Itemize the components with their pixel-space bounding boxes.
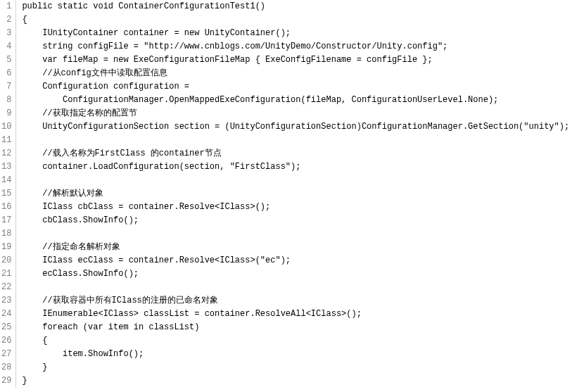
line-number: 20: [1, 254, 11, 267]
code-line: item.ShowInfo();: [22, 348, 569, 361]
code-line: [22, 174, 569, 187]
code-line: //获取指定名称的配置节: [22, 107, 569, 120]
code-line: [22, 281, 569, 294]
line-number: 16: [1, 201, 11, 214]
code-block: 1234567891011121314151617181920212223242…: [0, 0, 584, 388]
line-number: 9: [1, 107, 11, 120]
code-line: IUnityContainer container = new UnityCon…: [22, 27, 569, 40]
code-line: [22, 134, 569, 147]
code-line: container.LoadConfiguration(section, "Fi…: [22, 160, 569, 174]
line-number: 3: [1, 27, 11, 40]
line-number: 25: [1, 321, 11, 334]
line-number: 14: [1, 174, 11, 187]
line-number: 5: [1, 53, 11, 67]
line-number-gutter: 1234567891011121314151617181920212223242…: [0, 0, 16, 388]
code-line: {: [22, 13, 569, 27]
code-line: //从config文件中读取配置信息: [22, 67, 569, 80]
code-line: }: [22, 374, 569, 388]
code-line: {: [22, 334, 569, 348]
line-number: 11: [1, 134, 11, 147]
code-line: foreach (var item in classList): [22, 321, 569, 334]
line-number: 21: [1, 267, 11, 281]
line-number: 7: [1, 80, 11, 94]
line-number: 27: [1, 348, 11, 361]
line-number: 15: [1, 187, 11, 201]
line-number: 29: [1, 374, 11, 388]
line-number: 8: [1, 94, 11, 107]
code-line: cbClass.ShowInfo();: [22, 214, 569, 227]
code-line: }: [22, 361, 569, 374]
code-content: public static void ContainerConfiguratio…: [16, 0, 569, 388]
code-line: var fileMap = new ExeConfigurationFileMa…: [22, 53, 569, 67]
line-number: 26: [1, 334, 11, 348]
code-line: IClass cbClass = container.Resolve<IClas…: [22, 201, 569, 214]
line-number: 17: [1, 214, 11, 227]
line-number: 19: [1, 241, 11, 254]
line-number: 24: [1, 308, 11, 321]
code-line: IClass ecClass = container.Resolve<IClas…: [22, 254, 569, 267]
code-line: //指定命名解析对象: [22, 241, 569, 254]
code-line: Configuration configuration =: [22, 80, 569, 94]
code-line: UnityConfigurationSection section = (Uni…: [22, 120, 569, 134]
line-number: 28: [1, 361, 11, 374]
code-line: public static void ContainerConfiguratio…: [22, 0, 569, 13]
line-number: 22: [1, 281, 11, 294]
code-line: IEnumerable<IClass> classList = containe…: [22, 308, 569, 321]
line-number: 23: [1, 294, 11, 308]
line-number: 2: [1, 13, 11, 27]
code-line: //载入名称为FirstClass 的container节点: [22, 147, 569, 160]
line-number: 1: [1, 0, 11, 13]
line-number: 13: [1, 160, 11, 174]
code-line: //获取容器中所有IClass的注册的已命名对象: [22, 294, 569, 308]
line-number: 18: [1, 227, 11, 241]
code-line: ecClass.ShowInfo();: [22, 267, 569, 281]
line-number: 12: [1, 147, 11, 160]
code-line: //解析默认对象: [22, 187, 569, 201]
code-line: ConfigurationManager.OpenMappedExeConfig…: [22, 94, 569, 107]
code-line: [22, 227, 569, 241]
line-number: 6: [1, 67, 11, 80]
code-line: string configFile = "http://www.cnblogs.…: [22, 40, 569, 53]
line-number: 10: [1, 120, 11, 134]
line-number: 4: [1, 40, 11, 53]
